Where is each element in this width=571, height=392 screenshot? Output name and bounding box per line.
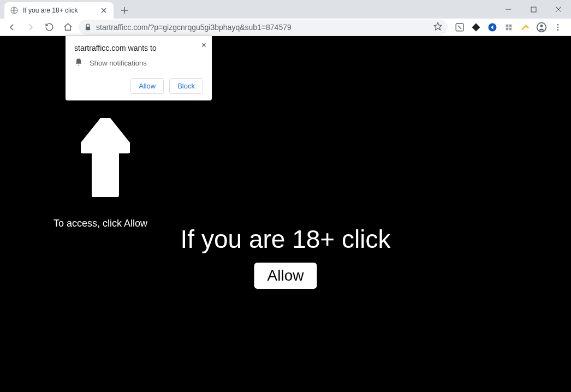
minimize-button[interactable]: [496, 0, 521, 19]
window-controls: [496, 0, 571, 19]
url-text: startrafficc.com/?p=gizgcnrqgu5gi3bphayq…: [96, 23, 429, 32]
svg-rect-5: [509, 24, 512, 27]
page-allow-button[interactable]: Allow: [254, 263, 317, 289]
svg-point-10: [557, 24, 559, 26]
tab-close-icon[interactable]: [99, 6, 108, 15]
bookmark-star-icon[interactable]: [433, 22, 442, 32]
address-bar[interactable]: startrafficc.com/?p=gizgcnrqgu5gi3bphayq…: [79, 20, 448, 35]
svg-rect-1: [531, 7, 536, 12]
svg-rect-6: [506, 27, 509, 30]
arrow-up-icon: [81, 118, 130, 199]
lock-icon: [84, 23, 92, 31]
block-button[interactable]: Block: [169, 78, 203, 94]
reload-button[interactable]: [41, 20, 57, 35]
maximize-button[interactable]: [521, 0, 546, 19]
close-icon[interactable]: ×: [201, 40, 206, 50]
svg-point-9: [540, 25, 543, 27]
forward-button[interactable]: [23, 20, 38, 35]
browser-tab[interactable]: If you are 18+ click: [4, 2, 114, 19]
svg-point-12: [557, 29, 559, 31]
permission-row: Show notifications: [74, 58, 203, 68]
globe-icon: [10, 6, 19, 15]
menu-kebab-icon[interactable]: [552, 22, 563, 33]
access-hint-text: To access, click Allow: [53, 218, 147, 229]
page-viewport: × startrafficc.com wants to Show notific…: [0, 36, 571, 392]
svg-rect-4: [506, 24, 509, 27]
new-tab-button[interactable]: [117, 3, 132, 18]
permission-origin-text: startrafficc.com wants to: [74, 44, 203, 52]
extension-icon-5[interactable]: [520, 22, 531, 33]
close-window-button[interactable]: [546, 0, 571, 19]
window-titlebar: If you are 18+ click: [0, 0, 571, 19]
bell-icon: [74, 58, 83, 68]
notification-permission-prompt: × startrafficc.com wants to Show notific…: [66, 36, 212, 100]
tab-title: If you are 18+ click: [23, 7, 95, 14]
profile-avatar-icon[interactable]: [536, 22, 547, 33]
svg-point-11: [557, 26, 559, 28]
allow-button[interactable]: Allow: [130, 78, 164, 94]
home-button[interactable]: [60, 20, 75, 35]
extension-icons: [451, 22, 567, 33]
tab-strip: If you are 18+ click: [0, 0, 132, 19]
extension-icon-4[interactable]: [503, 22, 514, 33]
extension-icon-3[interactable]: [487, 22, 498, 33]
page-heading: If you are 18+ click: [181, 224, 391, 254]
extension-icon-2[interactable]: [471, 22, 481, 33]
extension-icon-1[interactable]: [454, 22, 465, 33]
svg-rect-7: [509, 27, 512, 30]
back-button[interactable]: [4, 20, 20, 35]
browser-toolbar: startrafficc.com/?p=gizgcnrqgu5gi3bphayq…: [0, 19, 571, 36]
permission-label: Show notifications: [90, 59, 147, 67]
